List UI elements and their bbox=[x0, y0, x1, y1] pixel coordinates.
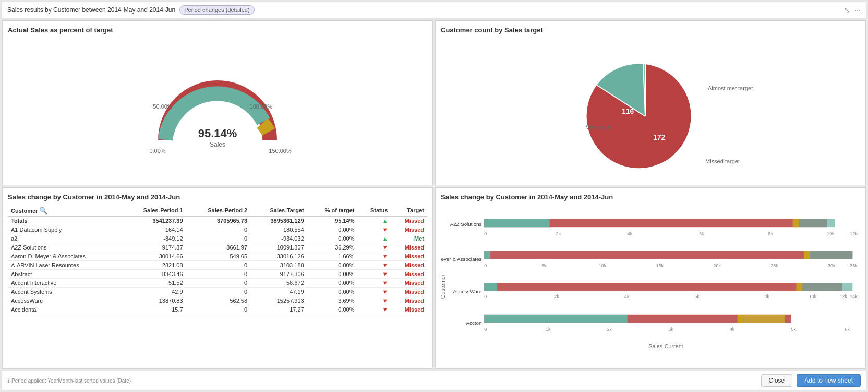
row-period1: -849.12 bbox=[122, 234, 186, 243]
svg-text:Sales-Current: Sales-Current bbox=[648, 342, 683, 349]
table-row[interactable]: Accent Interactive 51.52 0 56.672 0.00% … bbox=[8, 278, 427, 287]
row-arrow: ▼ bbox=[357, 252, 391, 260]
charts-row: Actual Sales as percent of target 0.00% … bbox=[2, 20, 866, 185]
period-badge[interactable]: Period changes (detailed) bbox=[179, 5, 254, 15]
bar-container: Customer A2Z Solutions 0 2k bbox=[441, 205, 860, 363]
row-period1: 13870.83 bbox=[122, 296, 186, 305]
svg-text:116: 116 bbox=[622, 107, 634, 115]
table-scroll[interactable]: Customer 🔍 Sales-Period 1 Sales-Period 2… bbox=[8, 205, 427, 363]
svg-text:10k: 10k bbox=[599, 263, 607, 268]
bar-title: Sales change by Customer in 2014-May and… bbox=[441, 193, 860, 201]
table-row[interactable]: Accidental 15.7 0 17.27 0.00% ▼ Missed bbox=[8, 305, 427, 314]
totals-pct: 95.14% bbox=[307, 216, 358, 225]
bar-panel: Sales change by Customer in 2014-May and… bbox=[435, 187, 866, 369]
info-icon: ℹ bbox=[7, 378, 9, 384]
row-customer: A2Z Solutions bbox=[8, 243, 122, 252]
row-arrow: ▼ bbox=[357, 269, 391, 278]
row-target: 33016.126 bbox=[250, 252, 307, 260]
svg-text:Met target: Met target bbox=[585, 124, 611, 130]
row-customer: AccessWare bbox=[8, 296, 122, 305]
svg-text:172: 172 bbox=[653, 133, 666, 141]
svg-text:35k: 35k bbox=[850, 263, 858, 268]
gauge-container: 0.00% 50.00% 100.00% 150.00% 95.14% Sale… bbox=[8, 38, 427, 180]
totals-customer: Totals bbox=[8, 216, 122, 225]
col-customer[interactable]: Customer 🔍 bbox=[8, 205, 122, 217]
col-period2[interactable]: Sales-Period 2 bbox=[186, 205, 251, 217]
svg-rect-56 bbox=[484, 315, 628, 323]
row-target: 47.19 bbox=[250, 287, 307, 296]
totals-period2: 3705965.73 bbox=[186, 216, 251, 225]
table-totals-row: Totals 3541237.39 3705965.73 3895361.129… bbox=[8, 216, 427, 225]
svg-text:14k: 14k bbox=[850, 294, 858, 299]
table-row[interactable]: a2i -849.12 0 -934.032 0.00% ▲ Met bbox=[8, 234, 427, 243]
row-pct: 0.00% bbox=[307, 225, 358, 234]
add-to-sheet-button[interactable]: Add to new sheet bbox=[797, 374, 861, 387]
svg-rect-43 bbox=[484, 283, 497, 291]
col-status[interactable]: Status bbox=[357, 205, 391, 217]
row-status: Missed bbox=[391, 252, 427, 260]
row-target: 15257.913 bbox=[250, 296, 307, 305]
close-button[interactable]: Close bbox=[761, 374, 793, 387]
svg-text:2k: 2k bbox=[554, 294, 560, 299]
pie-title: Customer count by Sales target bbox=[441, 26, 860, 34]
svg-text:20k: 20k bbox=[714, 263, 721, 268]
table-row[interactable]: Abstract 8343.46 0 9177.806 0.00% ▼ Miss… bbox=[8, 269, 427, 278]
svg-text:6k: 6k bbox=[845, 327, 850, 332]
svg-rect-19 bbox=[793, 219, 799, 227]
col-target-flag[interactable]: Target bbox=[391, 205, 427, 217]
svg-text:Aaron D. Meyer & Associates: Aaron D. Meyer & Associates bbox=[441, 256, 482, 262]
row-arrow: ▼ bbox=[357, 278, 391, 287]
row-arrow: ▼ bbox=[357, 225, 391, 234]
more-icon[interactable]: ··· bbox=[854, 6, 861, 14]
row-status: Missed bbox=[391, 278, 427, 287]
top-bar-icons: ⤡ ··· bbox=[844, 6, 861, 14]
table-row[interactable]: Aaron D. Meyer & Associates 30014.66 549… bbox=[8, 252, 427, 260]
svg-text:25k: 25k bbox=[770, 263, 778, 268]
svg-text:8k: 8k bbox=[765, 294, 770, 299]
row-period1: 9174.37 bbox=[122, 243, 186, 252]
row-arrow: ▼ bbox=[357, 243, 391, 252]
row-pct: 0.00% bbox=[307, 234, 358, 243]
row-target: 56.672 bbox=[250, 278, 307, 287]
table-row[interactable]: A1 Datacom Supply 164.14 0 180.554 0.00%… bbox=[8, 225, 427, 234]
row-customer: Aaron D. Meyer & Associates bbox=[8, 252, 122, 260]
row-arrow: ▼ bbox=[357, 296, 391, 305]
table-row[interactable]: A2Z Solutions 9174.37 3661.97 10091.807 … bbox=[8, 243, 427, 252]
row-pct: 1.66% bbox=[307, 252, 358, 260]
totals-period1: 3541237.39 bbox=[122, 216, 186, 225]
row-period1: 2821.08 bbox=[122, 260, 186, 269]
search-button[interactable]: 🔍 bbox=[39, 207, 47, 215]
col-period1[interactable]: Sales-Period 1 bbox=[122, 205, 186, 217]
table-row[interactable]: Accent Systems 42.9 0 47.19 0.00% ▼ Miss… bbox=[8, 287, 427, 296]
svg-text:Sales: Sales bbox=[210, 141, 225, 148]
svg-text:Customer: Customer bbox=[441, 274, 446, 299]
row-arrow: ▼ bbox=[357, 260, 391, 269]
row-customer: Accent Interactive bbox=[8, 278, 122, 287]
period-info: ℹ Period applied: YearMonth-last sorted … bbox=[7, 378, 131, 384]
row-target: 180.554 bbox=[250, 225, 307, 234]
row-pct: 0.00% bbox=[307, 305, 358, 314]
period-text: Period applied: YearMonth-last sorted va… bbox=[11, 378, 131, 384]
status-bar-buttons: Close Add to new sheet bbox=[761, 374, 861, 387]
table-row[interactable]: AccessWare 13870.83 562.58 15257.913 3.6… bbox=[8, 296, 427, 305]
row-status: Met bbox=[391, 234, 427, 243]
svg-text:95.14%: 95.14% bbox=[198, 127, 237, 140]
row-pct: 3.69% bbox=[307, 296, 358, 305]
row-period2: 0 bbox=[186, 269, 251, 278]
col-pct[interactable]: % of target bbox=[307, 205, 358, 217]
svg-text:10k: 10k bbox=[827, 231, 835, 236]
svg-text:2k: 2k bbox=[607, 327, 612, 332]
table-panel: Sales change by Customer in 2014-May and… bbox=[2, 187, 433, 369]
row-period1: 51.52 bbox=[122, 278, 186, 287]
svg-text:5k: 5k bbox=[541, 263, 547, 268]
table-row[interactable]: A-ARVIN Laser Resources 2821.08 0 3103.1… bbox=[8, 260, 427, 269]
row-customer: A-ARVIN Laser Resources bbox=[8, 260, 122, 269]
row-status: Missed bbox=[391, 296, 427, 305]
row-status: Missed bbox=[391, 225, 427, 234]
page-title: Sales results by Customer between 2014-M… bbox=[7, 6, 175, 14]
minimize-icon[interactable]: ⤡ bbox=[844, 6, 850, 14]
col-target[interactable]: Sales-Target bbox=[250, 205, 307, 217]
row-customer: a2i bbox=[8, 234, 122, 243]
row-period2: 0 bbox=[186, 278, 251, 287]
svg-text:1k: 1k bbox=[546, 327, 551, 332]
